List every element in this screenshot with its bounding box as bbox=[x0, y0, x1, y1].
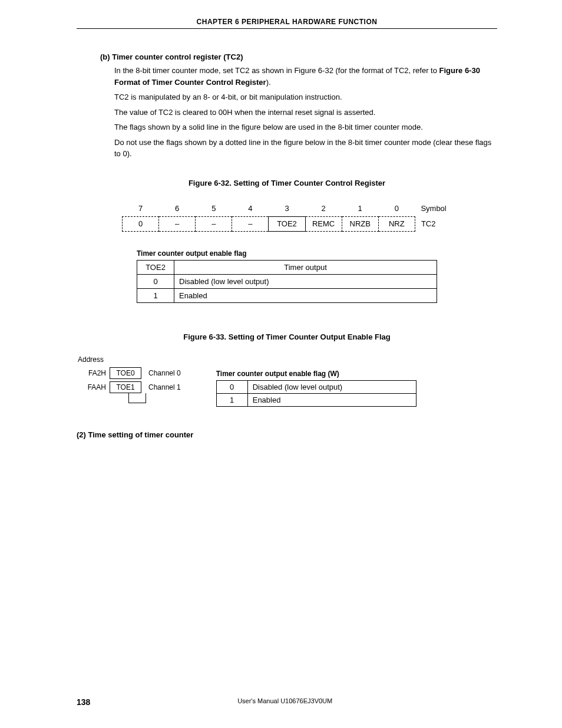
val-3-toe2: TOE2 bbox=[269, 216, 305, 231]
toe2-block: Timer counter output enable flag TOE2 Ti… bbox=[137, 249, 437, 303]
header-rule bbox=[77, 28, 497, 29]
address-cell-0: TOE0 bbox=[110, 367, 141, 379]
flag-w-row0-t: Disabled (low level output) bbox=[247, 380, 416, 393]
p1c: ). bbox=[266, 78, 271, 87]
flag-w-row1-t: Enabled bbox=[247, 393, 416, 406]
val-7: 0 bbox=[123, 216, 159, 231]
register-table: 7 6 5 4 3 2 1 0 Symbol 0 – – – TOE2 REMC… bbox=[122, 202, 452, 232]
bit-5: 5 bbox=[196, 202, 232, 217]
address-chan-0: Channel 0 bbox=[141, 369, 181, 377]
footer-spacer bbox=[480, 697, 497, 707]
flag-w-table: 0 Disabled (low level output) 1 Enabled bbox=[216, 380, 416, 407]
section-b-p5: Do not use the flags shown by a dotted l… bbox=[114, 137, 497, 160]
address-0: FA2H bbox=[77, 369, 110, 377]
flag-w-row1-v: 1 bbox=[216, 393, 247, 406]
address-link-shape bbox=[128, 393, 146, 403]
symbol-header: Symbol bbox=[415, 202, 451, 217]
val-6: – bbox=[159, 216, 196, 231]
toe2-row-1: 1 Enabled bbox=[137, 288, 437, 302]
flag-w-row0-v: 0 bbox=[216, 380, 247, 393]
page: CHAPTER 6 PERIPHERAL HARDWARE FUNCTION (… bbox=[0, 0, 562, 728]
flag-w-title: Timer counter output enable flag (W) bbox=[216, 370, 416, 378]
section-b-p4: The flags shown by a solid line in the f… bbox=[114, 121, 497, 133]
bit-4: 4 bbox=[232, 202, 269, 217]
val-5: – bbox=[196, 216, 232, 231]
toe2-table: TOE2 Timer output 0 Disabled (low level … bbox=[137, 260, 437, 303]
section-2-heading: (2) Time setting of timer counter bbox=[77, 430, 497, 439]
toe2-row1-t: Enabled bbox=[174, 288, 437, 302]
p1a: In the 8-bit timer counter mode, set TC2… bbox=[114, 66, 439, 75]
figure-6-33-caption: Figure 6-33. Setting of Timer Counter Ou… bbox=[77, 332, 497, 341]
register-diagram: 7 6 5 4 3 2 1 0 Symbol 0 – – – TOE2 REMC… bbox=[122, 202, 452, 232]
bit-6: 6 bbox=[159, 202, 196, 217]
section-b-heading: (b) Timer counter control register (TC2) bbox=[100, 52, 497, 61]
toe2-row1-v: 1 bbox=[137, 288, 174, 302]
flag-w-block: Timer counter output enable flag (W) 0 D… bbox=[216, 370, 416, 407]
val-4: – bbox=[232, 216, 269, 231]
address-label: Address bbox=[78, 355, 181, 364]
bit-1: 1 bbox=[342, 202, 378, 217]
val-0-nrz: NRZ bbox=[378, 216, 415, 231]
toe2-header-row: TOE2 Timer output bbox=[137, 260, 437, 274]
address-1: FAAH bbox=[77, 383, 110, 391]
page-number: 138 bbox=[77, 697, 90, 707]
bit-3: 3 bbox=[269, 202, 305, 217]
address-row-0: FA2H TOE0 Channel 0 bbox=[77, 367, 181, 379]
toe2-col0: TOE2 bbox=[137, 260, 174, 274]
section-b: (b) Timer counter control register (TC2)… bbox=[100, 52, 497, 160]
toe2-title: Timer counter output enable flag bbox=[137, 249, 437, 258]
toe2-row-0: 0 Disabled (low level output) bbox=[137, 274, 437, 288]
manual-id: User's Manual U10676EJ3V0UM bbox=[90, 697, 480, 707]
val-1-nrzb: NRZB bbox=[342, 216, 378, 231]
address-row-1: FAAH TOE1 Channel 1 bbox=[77, 381, 181, 393]
section-b-p1: In the 8-bit timer counter mode, set TC2… bbox=[114, 65, 497, 88]
address-chan-1: Channel 1 bbox=[141, 383, 181, 391]
bit-7: 7 bbox=[123, 202, 159, 217]
symbol-value: TC2 bbox=[415, 216, 451, 231]
address-block: Address FA2H TOE0 Channel 0 FAAH TOE1 Ch… bbox=[77, 355, 181, 403]
flag-w-row-1: 1 Enabled bbox=[216, 393, 416, 406]
bit-index-row: 7 6 5 4 3 2 1 0 Symbol bbox=[123, 202, 452, 217]
address-cell-1: TOE1 bbox=[110, 381, 141, 393]
flag-w-row-0: 0 Disabled (low level output) bbox=[216, 380, 416, 393]
figure-6-32-caption: Figure 6-32. Setting of Timer Counter Co… bbox=[77, 179, 497, 187]
val-2-remc: REMC bbox=[305, 216, 342, 231]
section-b-p3: The value of TC2 is cleared to 00H when … bbox=[114, 107, 497, 118]
toe2-row0-v: 0 bbox=[137, 274, 174, 288]
section-b-p2: TC2 is manipulated by an 8- or 4-bit, or… bbox=[114, 91, 497, 103]
bit-0: 0 bbox=[378, 202, 415, 217]
figure-6-33-body: Address FA2H TOE0 Channel 0 FAAH TOE1 Ch… bbox=[77, 355, 497, 407]
bit-2: 2 bbox=[305, 202, 342, 217]
toe2-col1: Timer output bbox=[174, 260, 437, 274]
toe2-row0-t: Disabled (low level output) bbox=[174, 274, 437, 288]
bit-value-row: 0 – – – TOE2 REMC NRZB NRZ TC2 bbox=[123, 216, 452, 231]
chapter-header: CHAPTER 6 PERIPHERAL HARDWARE FUNCTION bbox=[77, 18, 497, 26]
footer: 138 User's Manual U10676EJ3V0UM bbox=[77, 697, 497, 707]
